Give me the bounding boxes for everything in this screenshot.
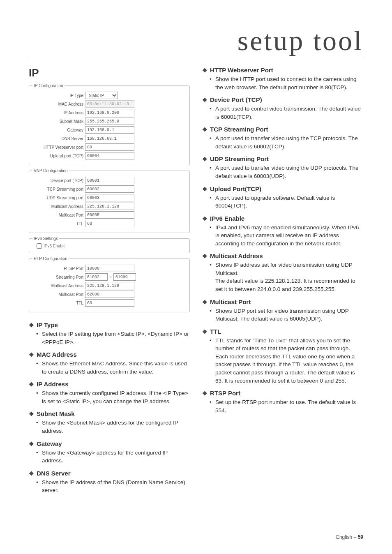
rtp-multicast-port-label: Multicast Port	[32, 292, 83, 297]
right-column: ❖HTTP Webserver Port Show the HTTP port …	[202, 67, 363, 499]
dns-server-label: DNS Server	[32, 136, 83, 141]
item-body: Shows the IP address of the DNS (Domain …	[38, 478, 190, 494]
ipv6-enable-checkbox[interactable]	[37, 243, 42, 249]
item-upload-port-tcp: ❖Upload Port(TCP) A port used to upgrade…	[202, 185, 363, 210]
item-title: Subnet Mask	[37, 410, 75, 417]
item-title: UDP Streaming Port	[210, 155, 269, 162]
item-title: Gateway	[37, 440, 62, 447]
diamond-icon: ❖	[29, 381, 34, 388]
item-ipv6-enable: ❖IPv6 Enable IPv4 and IPv6 may be enable…	[202, 215, 363, 248]
rtsp-port-input[interactable]	[85, 265, 134, 272]
tcp-streaming-port-input[interactable]	[85, 185, 134, 193]
device-port-input[interactable]	[85, 177, 134, 184]
http-port-input[interactable]	[85, 143, 134, 151]
diamond-icon: ❖	[29, 470, 34, 477]
item-ip-address: ❖IP Address Shows the currently configur…	[29, 381, 190, 405]
diamond-icon: ❖	[202, 253, 208, 259]
vnp-config-fieldset: VNP Configuration Device port (TCP) TCP …	[29, 169, 190, 233]
rtp-streaming-port-end-input[interactable]	[113, 273, 136, 281]
diamond-icon: ❖	[202, 328, 208, 335]
item-dns-server: ❖DNS Server Shows the IP address of the …	[29, 470, 190, 494]
ipv6-enable-label: IPv6 Enable	[44, 244, 66, 248]
udp-streaming-port-input[interactable]	[85, 194, 134, 201]
http-port-label: HTTP Webserver port	[32, 145, 83, 150]
subnet-mask-input[interactable]	[85, 118, 134, 125]
rtp-multicast-address-input[interactable]	[85, 282, 134, 289]
item-title: DNS Server	[37, 470, 71, 477]
upload-port-label: Upload port (TCP)	[32, 154, 83, 158]
diamond-icon: ❖	[29, 411, 34, 417]
vnp-multicast-address-label: Multicast Address	[32, 204, 83, 209]
mac-address-label: MAC Address	[32, 102, 83, 106]
page-header-title: setup tool	[29, 25, 363, 59]
dns-server-input[interactable]	[85, 135, 134, 142]
vnp-multicast-port-input[interactable]	[85, 211, 134, 219]
item-body: Set up the RTSP port number to use. The …	[211, 398, 363, 414]
item-body: Select the IP setting type from <Static …	[38, 330, 190, 346]
diamond-icon: ❖	[29, 322, 34, 328]
item-subnet-mask: ❖Subnet Mask Show the <Subnet Mask> addr…	[29, 410, 190, 435]
item-title: MAC Address	[37, 351, 77, 358]
gateway-input[interactable]	[85, 126, 134, 134]
item-body: TTL stands for "Time To Live" that allow…	[211, 337, 363, 385]
ip-address-input[interactable]	[85, 109, 134, 116]
item-tcp-streaming-port: ❖TCP Streaming Port A port used to trans…	[202, 126, 363, 150]
item-title: Device Port (TCP)	[210, 96, 262, 103]
device-port-label: Device port (TCP)	[32, 178, 83, 183]
item-body: Show the <Subnet Mask> address for the c…	[38, 419, 190, 435]
item-body: Shows UDP port set for video transmissio…	[211, 307, 363, 323]
rtp-ttl-label: TTL	[32, 301, 83, 305]
diamond-icon: ❖	[202, 215, 208, 222]
udp-streaming-port-label: UDP Streaming port	[32, 196, 83, 200]
item-body: Shows IP address set for video transmiss…	[211, 261, 363, 277]
subnet-mask-label: Subnet Mask	[32, 119, 83, 124]
ip-config-fieldset: IP Configuration IP Type Static IP MAC A…	[29, 83, 190, 165]
item-http-webserver-port: ❖HTTP Webserver Port Show the HTTP port …	[202, 67, 363, 91]
upload-port-input[interactable]	[85, 152, 134, 159]
gateway-label: Gateway	[32, 128, 83, 132]
item-title: IPv6 Enable	[210, 215, 244, 222]
diamond-icon: ❖	[29, 351, 34, 358]
item-title: TTL	[210, 328, 221, 335]
diamond-icon: ❖	[202, 126, 208, 133]
rtp-config-fieldset: RTP Configuration RTSP Port Streaming Po…	[29, 256, 190, 312]
item-gateway: ❖Gateway Show the <Gateway> address for …	[29, 440, 190, 465]
item-title: Multicast Address	[210, 252, 263, 259]
rtsp-port-label: RTSP Port	[32, 266, 83, 271]
diamond-icon: ❖	[202, 67, 208, 74]
item-body-extra: The default value is 225.128.1.128. It i…	[211, 277, 363, 293]
ip-type-select[interactable]: Static IP	[85, 92, 118, 99]
vnp-multicast-address-input[interactable]	[85, 203, 134, 210]
rtp-streaming-port-start-input[interactable]	[85, 273, 108, 281]
item-body: Show the <Gateway> address for the confi…	[38, 449, 190, 465]
diamond-icon: ❖	[202, 299, 208, 305]
diamond-icon: ❖	[202, 97, 208, 103]
page-footer: English – 59	[336, 534, 363, 540]
item-title: HTTP Webserver Port	[210, 67, 273, 74]
left-column: IP IP Configuration IP Type Static IP MA…	[29, 67, 190, 499]
item-device-port-tcp: ❖Device Port (TCP) A port used to contro…	[202, 96, 363, 121]
vnp-config-legend: VNP Configuration	[32, 169, 69, 173]
section-title-ip: IP	[29, 67, 190, 79]
item-title: IP Type	[37, 321, 58, 328]
vnp-ttl-input[interactable]	[85, 220, 134, 227]
item-title: IP Address	[37, 381, 69, 388]
item-body: Shows the Ethernet MAC Address. Since th…	[38, 360, 190, 376]
rtp-multicast-port-input[interactable]	[85, 291, 134, 298]
item-ttl: ❖TTL TTL stands for "Time To Live" that …	[202, 328, 363, 385]
item-body: A port used to control video transmissio…	[211, 105, 363, 121]
diamond-icon: ❖	[202, 156, 208, 162]
rtp-multicast-address-label: Multicast Address	[32, 284, 83, 288]
item-body: A port used to upgrade software. Default…	[211, 194, 363, 210]
rtp-config-legend: RTP Configuration	[32, 256, 69, 261]
range-separator: ~	[109, 275, 112, 279]
item-multicast-port: ❖Multicast Port Shows UDP port set for v…	[202, 298, 363, 323]
rtp-streaming-port-label: Streaming Port	[32, 275, 83, 279]
ip-address-label: IP Address	[32, 111, 83, 115]
rtp-ttl-input[interactable]	[85, 299, 134, 307]
tcp-streaming-port-label: TCP Streaming port	[32, 187, 83, 192]
vnp-multicast-port-label: Multicast Port	[32, 213, 83, 217]
item-mac-address: ❖MAC Address Shows the Ethernet MAC Addr…	[29, 351, 190, 376]
item-title: Multicast Port	[210, 298, 251, 305]
item-title: RTSP Port	[210, 390, 240, 397]
